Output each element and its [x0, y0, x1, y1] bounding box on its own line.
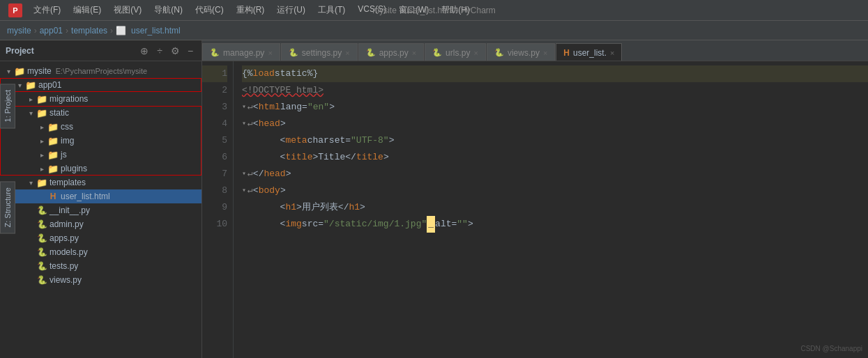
editor-tab-views[interactable]: 🐍views.py× — [487, 43, 555, 61]
breadcrumb-file[interactable]: user_list.html — [131, 26, 181, 36]
editor-tab-manage[interactable]: 🐍manage.py× — [202, 43, 280, 61]
tab-label: urls.py — [446, 48, 470, 58]
tab-label: views.py — [508, 48, 540, 58]
tree-file-icon: 🐍 — [36, 247, 47, 257]
tree-item-label: css — [61, 122, 73, 132]
breadcrumb-templates[interactable]: templates — [71, 26, 107, 36]
settings-icon[interactable]: ⚙ — [169, 45, 181, 56]
tree-item-label: mysite — [27, 66, 52, 76]
collapse-icon[interactable]: ÷ — [154, 45, 165, 56]
tree-item-migrations[interactable]: ▸📁migrations — [0, 92, 201, 106]
tree-item-js[interactable]: ▸📁js — [0, 148, 201, 162]
add-icon[interactable]: ⊕ — [139, 45, 150, 56]
tree-item-app01[interactable]: ▾📁app01 — [0, 78, 201, 92]
tree-item-mysite[interactable]: ▾📁mysiteE:\PycharmProjects\mysite — [0, 64, 201, 78]
tab-close-button[interactable]: × — [473, 49, 478, 57]
watermark: CSDN @Schanappi — [800, 345, 862, 352]
tree-arrow: ▾ — [25, 179, 36, 187]
tree-arrow: ▾ — [25, 109, 36, 117]
code-line-3: ▾↵<html lang="en"> — [242, 99, 868, 116]
code-content[interactable]: {% load static %}<!DOCTYPE html>▾↵<html … — [234, 61, 868, 358]
tree-file-icon: 📁 — [36, 94, 47, 104]
breadcrumb-mysite[interactable]: mysite — [7, 26, 31, 36]
tree-item-label: js — [61, 150, 67, 159]
menu-item[interactable]: 导航(N) — [149, 3, 188, 17]
static-group-outline: ▾📁static▸📁css▸📁img▸📁js▸📁plugins — [0, 106, 201, 176]
tree-item-label: user_list.html — [61, 192, 110, 201]
breadcrumb-file-icon: ⬜ — [116, 26, 126, 36]
tree-arrow: ▸ — [36, 123, 47, 131]
editor-tab-bar: 🐍manage.py×🐍settings.py×🐍apps.py×🐍urls.p… — [202, 40, 868, 61]
fold-arrow-3[interactable]: ▾ — [242, 99, 246, 116]
menu-item[interactable]: 编辑(E) — [68, 3, 107, 17]
tab-close-button[interactable]: × — [345, 49, 349, 57]
line-number-9: 9 — [202, 199, 227, 216]
line-number-2: 2 — [202, 82, 227, 99]
tree-item-templates[interactable]: ▾📁templates — [0, 176, 201, 189]
line-number-6: 6 — [202, 149, 227, 166]
line-numbers: 12345678910 — [202, 61, 234, 358]
line-number-3: 3 — [202, 99, 227, 116]
tree-item-label: tests.py — [50, 261, 78, 271]
tree-item-apps_py[interactable]: 🐍apps.py — [0, 231, 201, 245]
fold-arrow-8[interactable]: ▾ — [242, 182, 246, 199]
menu-item[interactable]: 代码(C) — [190, 3, 229, 17]
editor-tab-urls[interactable]: 🐍urls.py× — [425, 43, 486, 61]
tree-item-admin_py[interactable]: 🐍admin.py — [0, 217, 201, 231]
tab-label: apps.py — [379, 48, 409, 58]
editor-tab-user_list[interactable]: Huser_list.× — [556, 43, 622, 61]
breadcrumb-app01[interactable]: app01 — [40, 26, 63, 36]
html-file-icon: H — [563, 48, 570, 58]
menu-item[interactable]: 文件(F) — [28, 3, 66, 17]
tree-item-views_py[interactable]: 🐍views.py — [0, 273, 201, 287]
menu-item[interactable]: 运行(U) — [271, 3, 311, 17]
fold-arrow-4[interactable]: ▾ — [242, 116, 246, 132]
tree-item-label: templates — [50, 178, 86, 187]
tree-arrow: ▾ — [14, 81, 25, 89]
tree-item-label: app01 — [38, 80, 61, 90]
tree-item-tests_py[interactable]: 🐍tests.py — [0, 259, 201, 273]
tab-close-button[interactable]: × — [610, 49, 614, 57]
line-number-5: 5 — [202, 132, 227, 149]
tab-close-button[interactable]: × — [268, 49, 272, 57]
tree-item-label: img — [61, 136, 74, 146]
code-line-10: <img src="/static/img/1.jpg"_ alt=""> — [242, 216, 868, 233]
tree-file-icon: 🐍 — [36, 205, 47, 215]
tree-file-icon: 📁 — [36, 108, 47, 118]
sidebar-tab-structure[interactable]: Z: Structure — [0, 181, 15, 233]
line-number-1: 1 — [202, 65, 227, 82]
line-number-10: 10 — [202, 216, 227, 233]
tab-label: user_list. — [573, 48, 607, 58]
tab-close-button[interactable]: × — [412, 49, 416, 57]
tab-label: settings.py — [302, 48, 342, 58]
tree-item-static[interactable]: ▾📁static — [0, 106, 201, 120]
tree-item-user_list_html[interactable]: Huser_list.html — [0, 189, 201, 203]
tree-path: E:\PycharmProjects\mysite — [56, 67, 147, 75]
code-line-7: ▾↵</head> — [242, 166, 868, 182]
editor-tab-settings[interactable]: 🐍settings.py× — [281, 43, 358, 61]
window-title: mysite - user_list.html - PyCharm — [372, 6, 496, 15]
tab-close-button[interactable]: × — [543, 49, 547, 57]
tree-file-icon: 🐍 — [36, 261, 47, 271]
fold-arrow-7[interactable]: ▾ — [242, 166, 246, 182]
app-icon: P — [8, 3, 22, 17]
tree-item-img[interactable]: ▸📁img — [0, 134, 201, 148]
menu-item[interactable]: 视图(V) — [108, 3, 147, 17]
line-number-7: 7 — [202, 166, 227, 182]
sidebar-tab-project[interactable]: 1: Project — [0, 84, 15, 128]
tree-item-models_py[interactable]: 🐍models.py — [0, 245, 201, 259]
editor-tab-apps[interactable]: 🐍apps.py× — [358, 43, 424, 61]
tree-file-icon: 📁 — [47, 164, 59, 173]
code-line-9: <h1>用户列表</h1> — [242, 199, 868, 216]
tree-item-plugins[interactable]: ▸📁plugins — [0, 162, 201, 176]
tree-file-icon: 📁 — [25, 80, 36, 90]
menu-item[interactable]: 工具(T) — [312, 3, 351, 17]
main-area: 1: Project Z: Structure Project ⊕ ÷ ⚙ − … — [0, 40, 868, 358]
tree-arrow: ▸ — [36, 151, 47, 159]
tree-item-label: admin.py — [50, 219, 84, 229]
tree-file-icon: 📁 — [36, 178, 47, 187]
menu-item[interactable]: 重构(R) — [231, 3, 271, 17]
tree-item-init_py[interactable]: 🐍__init__.py — [0, 203, 201, 217]
close-panel-icon[interactable]: − — [185, 45, 196, 56]
tree-item-css[interactable]: ▸📁css — [0, 120, 201, 134]
